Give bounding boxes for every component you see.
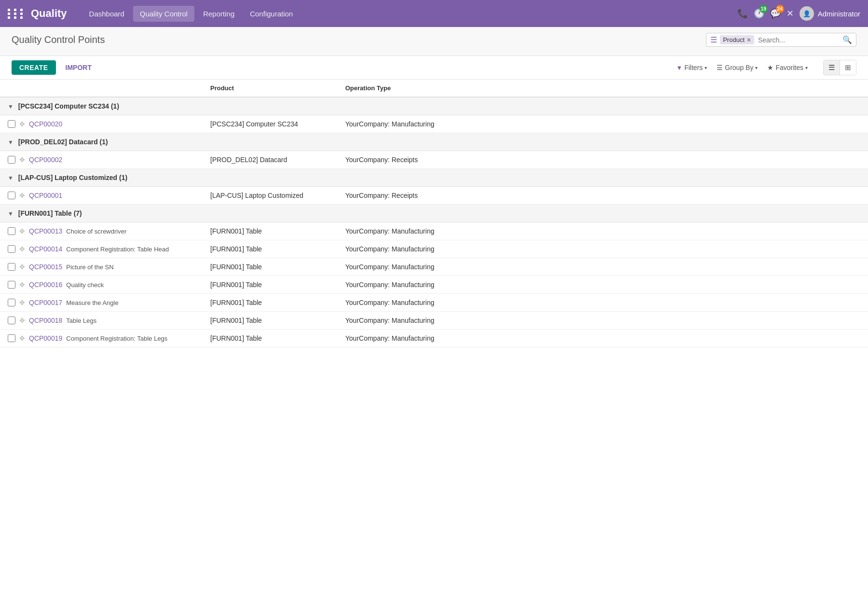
app-logo: Quality: [31, 7, 67, 20]
table-header: Product Operation Type: [0, 80, 868, 97]
chat-icon[interactable]: 💬 24: [770, 8, 781, 19]
row-id[interactable]: QCP00001: [29, 192, 62, 199]
group-label: [LAP-CUS] Laptop Customized (1): [18, 174, 127, 181]
row-optype: YourCompany: Receipts: [338, 187, 868, 205]
search-input[interactable]: [758, 36, 842, 44]
row-id[interactable]: QCP00020: [29, 120, 62, 128]
search-submit-icon[interactable]: 🔍: [842, 35, 852, 44]
row-id[interactable]: QCP00016: [29, 281, 62, 289]
row-id[interactable]: QCP00019: [29, 334, 62, 342]
nav-link-dashboard[interactable]: Dashboard: [82, 6, 131, 22]
row-id[interactable]: QCP00002: [29, 156, 62, 164]
table-container: Product Operation Type ▼ [PCSC234] Compu…: [0, 80, 868, 347]
row-name-cell: ✥ QCP00015 Picture of the SN: [0, 258, 203, 276]
row-checkbox[interactable]: [8, 192, 15, 199]
nav-link-configuration[interactable]: Configuration: [243, 6, 299, 22]
row-desc: Component Registration: Table Head: [66, 246, 169, 253]
row-name-cell: ✥ QCP00017 Measure the Angle: [0, 294, 203, 312]
row-checkbox[interactable]: [8, 156, 15, 164]
drag-handle-icon[interactable]: ✥: [19, 192, 25, 199]
row-checkbox[interactable]: [8, 334, 15, 342]
row-optype: YourCompany: Manufacturing: [338, 115, 868, 133]
app-grid-menu[interactable]: [8, 9, 25, 19]
drag-handle-icon[interactable]: ✥: [19, 120, 25, 128]
drag-handle-icon[interactable]: ✥: [19, 317, 25, 324]
nav-link-reporting[interactable]: Reporting: [196, 6, 241, 22]
groupby-button[interactable]: ☰ Group By ▾: [713, 61, 761, 74]
group-toggle[interactable]: ▼: [8, 175, 14, 181]
groupby-label: Group By: [725, 64, 753, 71]
row-product: [FURN001] Table: [203, 330, 338, 347]
row-checkbox[interactable]: [8, 299, 15, 306]
create-button[interactable]: CREATE: [12, 60, 56, 75]
table-row: ✥ QCP00017 Measure the Angle [FURN001] T…: [0, 294, 868, 312]
list-view-button[interactable]: ☰: [824, 60, 840, 75]
group-header-grp1[interactable]: ▼ [PCSC234] Computer SC234 (1): [0, 97, 868, 115]
col-optype-header: Operation Type: [338, 80, 868, 97]
row-checkbox[interactable]: [8, 281, 15, 289]
row-desc: Quality check: [66, 281, 104, 289]
group-header-grp4[interactable]: ▼ [FURN001] Table (7): [0, 205, 868, 222]
drag-handle-icon[interactable]: ✥: [19, 334, 25, 342]
row-product: [FURN001] Table: [203, 276, 338, 294]
row-name-cell: ✥ QCP00019 Component Registration: Table…: [0, 330, 203, 347]
row-name-cell: ✥ QCP00014 Component Registration: Table…: [0, 240, 203, 258]
row-checkbox[interactable]: [8, 263, 15, 271]
favorites-button[interactable]: ★ Favorites ▾: [763, 61, 812, 74]
group-toggle[interactable]: ▼: [8, 210, 14, 217]
page-header: Quality Control Points ☰ Product ✕ 🔍: [0, 27, 868, 56]
group-header-grp2[interactable]: ▼ [PROD_DEL02] Datacard (1): [0, 133, 868, 151]
row-checkbox[interactable]: [8, 245, 15, 253]
phone-icon[interactable]: 📞: [737, 8, 748, 19]
drag-handle-icon[interactable]: ✥: [19, 227, 25, 235]
filters-button[interactable]: ▼ Filters ▾: [672, 61, 711, 74]
nav-link-quality-control[interactable]: Quality Control: [133, 6, 194, 22]
drag-handle-icon[interactable]: ✥: [19, 156, 25, 164]
row-name-cell: ✥ QCP00013 Choice of screwdriver: [0, 222, 203, 240]
row-product: [LAP-CUS] Laptop Customized: [203, 187, 338, 205]
toolbar-filters: ▼ Filters ▾ ☰ Group By ▾ ★ Favorites ▾: [672, 61, 812, 74]
user-menu[interactable]: 👤 Administrator: [800, 6, 860, 21]
search-tag-close[interactable]: ✕: [746, 37, 751, 43]
search-bar: ☰ Product ✕ 🔍: [706, 33, 856, 47]
row-id[interactable]: QCP00014: [29, 245, 62, 253]
row-name-cell: ✥ QCP00002: [0, 151, 203, 169]
row-checkbox[interactable]: [8, 317, 15, 324]
row-product: [FURN001] Table: [203, 222, 338, 240]
row-id[interactable]: QCP00017: [29, 299, 62, 306]
close-icon[interactable]: ✕: [787, 8, 794, 19]
row-desc: Picture of the SN: [66, 263, 113, 271]
drag-handle-icon[interactable]: ✥: [19, 299, 25, 306]
qcp-table: Product Operation Type ▼ [PCSC234] Compu…: [0, 80, 868, 347]
row-name-cell: ✥ QCP00016 Quality check: [0, 276, 203, 294]
favorites-chevron-icon: ▾: [805, 65, 808, 70]
filters-label: Filters: [684, 64, 703, 71]
filter-icon: ▼: [676, 64, 682, 71]
group-header-grp3[interactable]: ▼ [LAP-CUS] Laptop Customized (1): [0, 169, 868, 187]
kanban-view-button[interactable]: ⊞: [840, 60, 856, 75]
row-product: [FURN001] Table: [203, 240, 338, 258]
row-product: [PCSC234] Computer SC234: [203, 115, 338, 133]
row-id[interactable]: QCP00015: [29, 263, 62, 271]
row-checkbox[interactable]: [8, 120, 15, 128]
nav-links: Dashboard Quality Control Reporting Conf…: [82, 6, 737, 22]
row-id[interactable]: QCP00018: [29, 317, 62, 324]
search-tag-product: Product ✕: [720, 35, 754, 44]
group-toggle[interactable]: ▼: [8, 103, 14, 110]
table-row: ✥ QCP00020 [PCSC234] Computer SC234 Your…: [0, 115, 868, 133]
topnav-right: 📞 🕐 19 💬 24 ✕ 👤 Administrator: [737, 6, 860, 21]
table-row: ✥ QCP00015 Picture of the SN [FURN001] T…: [0, 258, 868, 276]
table-row: ✥ QCP00018 Table Legs [FURN001] Table Yo…: [0, 312, 868, 330]
table-row: ✥ QCP00019 Component Registration: Table…: [0, 330, 868, 347]
row-checkbox[interactable]: [8, 227, 15, 235]
toolbar: CREATE IMPORT ▼ Filters ▾ ☰ Group By ▾ ★…: [0, 56, 868, 80]
row-optype: YourCompany: Manufacturing: [338, 330, 868, 347]
activity-icon[interactable]: 🕐 19: [754, 8, 764, 19]
drag-handle-icon[interactable]: ✥: [19, 245, 25, 253]
groupby-chevron-icon: ▾: [755, 65, 758, 70]
drag-handle-icon[interactable]: ✥: [19, 263, 25, 271]
drag-handle-icon[interactable]: ✥: [19, 281, 25, 289]
import-button[interactable]: IMPORT: [62, 60, 95, 75]
group-toggle[interactable]: ▼: [8, 139, 14, 146]
row-id[interactable]: QCP00013: [29, 227, 62, 235]
